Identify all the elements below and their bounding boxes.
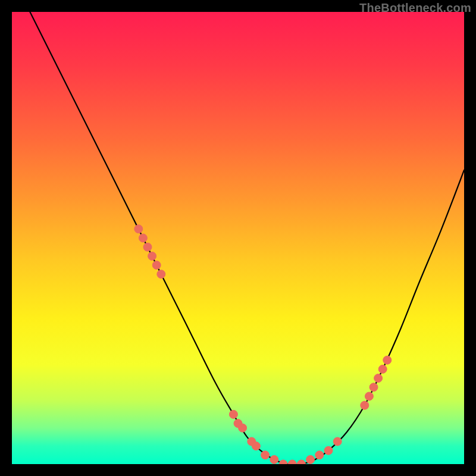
data-marker xyxy=(369,383,378,392)
watermark-text: TheBottleneck.com xyxy=(359,1,471,15)
data-marker xyxy=(143,243,152,251)
data-marker xyxy=(279,460,287,464)
marker-group xyxy=(134,225,392,464)
data-marker xyxy=(383,356,392,364)
data-marker xyxy=(365,392,373,400)
data-marker xyxy=(374,374,383,383)
chart-svg xyxy=(12,12,464,464)
data-marker xyxy=(297,460,305,464)
data-marker xyxy=(134,225,143,233)
data-marker xyxy=(157,270,165,278)
data-marker xyxy=(229,410,237,418)
data-marker xyxy=(139,234,147,242)
chart-frame: TheBottleneck.com xyxy=(0,0,476,476)
data-marker xyxy=(148,252,156,260)
data-marker xyxy=(315,451,324,459)
data-marker xyxy=(333,437,342,446)
data-marker xyxy=(288,460,296,464)
data-marker xyxy=(239,424,247,432)
plot-area xyxy=(12,12,464,464)
data-marker xyxy=(306,455,315,464)
data-marker xyxy=(152,261,161,270)
curve-path xyxy=(30,12,464,464)
data-marker xyxy=(378,365,387,373)
data-marker xyxy=(270,455,278,464)
data-marker xyxy=(252,442,260,450)
data-marker xyxy=(324,446,333,455)
data-marker xyxy=(261,451,270,459)
data-marker xyxy=(361,401,369,409)
